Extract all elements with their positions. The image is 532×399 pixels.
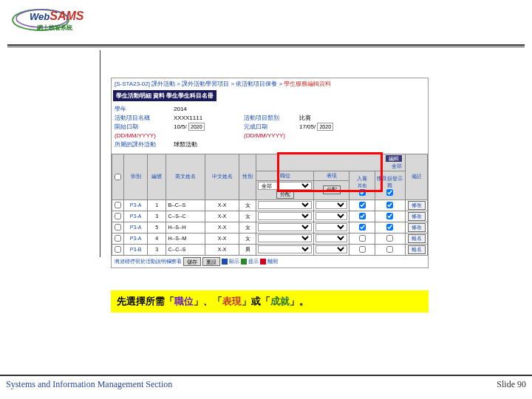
cell-no: 5 bbox=[148, 222, 166, 233]
row-deg-checkbox[interactable] bbox=[359, 235, 366, 242]
cell-no: 3 bbox=[148, 244, 166, 255]
legend-blue-icon bbox=[222, 259, 228, 265]
reset-button[interactable]: 重設 bbox=[202, 257, 220, 266]
cell-sex: 女 bbox=[239, 211, 256, 222]
watermark: Web.SAMS bbox=[526, 248, 532, 381]
footer-right: Slide 90 bbox=[497, 379, 526, 390]
row-perf-select[interactable] bbox=[316, 234, 347, 242]
col-sex[interactable]: 性別 bbox=[239, 154, 256, 200]
all-link[interactable]: 全部 bbox=[392, 163, 402, 168]
table-row: P3-B3C--C--SX-X男報名 bbox=[112, 244, 428, 255]
col-cnname[interactable]: 中文姓名 bbox=[205, 154, 239, 200]
row-post-select[interactable] bbox=[258, 201, 312, 209]
cell-cnname: X-X bbox=[205, 200, 239, 211]
slide-footer: Systems and Information Management Secti… bbox=[0, 375, 532, 393]
col-enname[interactable]: 英文姓名 bbox=[166, 154, 205, 200]
end-date-label: 完成日期(DD/MM/YYYY) bbox=[244, 123, 299, 139]
main-panel: [S-STA23-02] 課外活動 > 課外活動學習項目 > 依活動項目保養 >… bbox=[111, 78, 429, 268]
row-checkbox[interactable] bbox=[115, 202, 121, 208]
start-year-box[interactable]: 2020 bbox=[188, 123, 205, 131]
select-all-checkbox[interactable] bbox=[115, 174, 121, 180]
table-row: P3-A1B--C--SX-X女修改 bbox=[112, 200, 428, 211]
table-row: P3-A4H--S--MX-X女報名 bbox=[112, 233, 428, 244]
start-date-label: 開始日期(DD/MM/YYYY) bbox=[115, 123, 174, 139]
row-perf-select[interactable] bbox=[316, 223, 347, 231]
col-note[interactable]: 備註 bbox=[406, 154, 428, 200]
row-out-checkbox[interactable] bbox=[386, 213, 393, 219]
row-perf-select[interactable] bbox=[316, 245, 347, 253]
cell-enname: H--S--M bbox=[166, 233, 205, 244]
start-date-value: 10/5/2020 bbox=[174, 123, 244, 139]
row-checkbox[interactable] bbox=[115, 224, 121, 231]
cell-enname: H--S--H bbox=[166, 222, 205, 233]
sidebar-divider bbox=[100, 50, 100, 257]
footer-text: 將游標停留於活動說明欄察看 bbox=[115, 258, 182, 265]
activity-type-label: 活動項目類別 bbox=[244, 114, 299, 122]
cell-enname: B--C--S bbox=[166, 200, 205, 211]
row-out-checkbox[interactable] bbox=[386, 224, 393, 231]
cell-class: P3-A bbox=[124, 211, 148, 222]
cell-cnname: X-X bbox=[205, 233, 239, 244]
panel-footer: 將游標停留於活動說明欄察看 儲存 重設 顯示 提示 離開 bbox=[112, 256, 428, 267]
legend-red-icon bbox=[260, 259, 266, 265]
row-checkbox[interactable] bbox=[115, 213, 121, 219]
outside-checkbox[interactable] bbox=[386, 189, 393, 196]
col-no[interactable]: 編號 bbox=[148, 154, 166, 200]
highlight-box-icon bbox=[277, 152, 383, 192]
row-deg-checkbox[interactable] bbox=[359, 224, 366, 231]
row-deg-checkbox[interactable] bbox=[359, 202, 366, 208]
cell-cnname: X-X bbox=[205, 244, 239, 255]
level-label: 學年 bbox=[115, 105, 174, 113]
col-class[interactable]: 班別 bbox=[124, 154, 148, 200]
row-note-button[interactable]: 修改 bbox=[408, 223, 426, 232]
end-date-value: 17/05/2020 bbox=[299, 123, 358, 139]
row-post-select[interactable] bbox=[258, 234, 312, 242]
row-post-select[interactable] bbox=[258, 223, 312, 231]
row-perf-select[interactable] bbox=[316, 212, 347, 220]
row-perf-select[interactable] bbox=[316, 201, 347, 209]
cell-sex: 女 bbox=[239, 233, 256, 244]
row-note-button[interactable]: 報名 bbox=[408, 245, 426, 254]
row-checkbox[interactable] bbox=[115, 246, 121, 253]
footer-left: Systems and Information Management Secti… bbox=[6, 379, 172, 390]
section-header: 學生活動明細 資料 學生學生科目名冊 bbox=[113, 90, 216, 101]
cell-cnname: X-X bbox=[205, 222, 239, 233]
row-note-button[interactable]: 報名 bbox=[408, 234, 426, 243]
cell-sex: 男 bbox=[239, 244, 256, 255]
cell-class: P3-A bbox=[124, 233, 148, 244]
end-year-box[interactable]: 2020 bbox=[317, 123, 333, 131]
row-deg-checkbox[interactable] bbox=[359, 246, 366, 253]
cell-class: P3-A bbox=[124, 200, 148, 211]
activity-name-label: 活動項目名稱 bbox=[115, 114, 174, 122]
row-out-checkbox[interactable] bbox=[386, 202, 393, 208]
cell-class: P3-B bbox=[124, 244, 148, 255]
row-post-select[interactable] bbox=[258, 245, 312, 253]
row-out-checkbox[interactable] bbox=[386, 246, 393, 253]
row-out-checkbox[interactable] bbox=[386, 235, 393, 242]
form-area: 學年 2014 活動項目名稱 XXXX1111 活動項目類別 比賽 開始日期(D… bbox=[112, 103, 428, 154]
breadcrumb: [S-STA23-02] 課外活動 > 課外活動學習項目 > 依活動項目保養 >… bbox=[112, 78, 428, 89]
cell-no: 3 bbox=[148, 211, 166, 222]
save-button[interactable]: 儲存 bbox=[183, 257, 201, 266]
activity-name-value: XXXX1111 bbox=[174, 114, 244, 122]
cell-enname: C--S--C bbox=[166, 211, 205, 222]
logo-subtitle: 網上校管系統 bbox=[37, 24, 72, 32]
row-note-button[interactable]: 修改 bbox=[408, 212, 426, 221]
logo-text: WebSAMS bbox=[30, 10, 83, 23]
cell-sex: 女 bbox=[239, 222, 256, 233]
header-rule bbox=[7, 44, 525, 46]
row-post-select[interactable] bbox=[258, 212, 312, 220]
cell-sex: 女 bbox=[239, 200, 256, 211]
cell-class: P3-A bbox=[124, 222, 148, 233]
category-label: 所屬的課外活動 bbox=[115, 140, 174, 149]
category-value: 球類活動 bbox=[174, 140, 244, 149]
row-checkbox[interactable] bbox=[115, 235, 121, 242]
activity-type-value: 比賽 bbox=[299, 114, 358, 122]
cell-cnname: X-X bbox=[205, 211, 239, 222]
row-note-button[interactable]: 修改 bbox=[408, 201, 426, 210]
instruction-bar: 先選擇所需「職位」、「表現」或「成就」。 bbox=[111, 290, 429, 313]
cell-no: 4 bbox=[148, 233, 166, 244]
level-value: 2014 bbox=[174, 105, 244, 113]
table-row: P3-A5H--S--HX-X女修改 bbox=[112, 222, 428, 233]
row-deg-checkbox[interactable] bbox=[359, 213, 366, 219]
